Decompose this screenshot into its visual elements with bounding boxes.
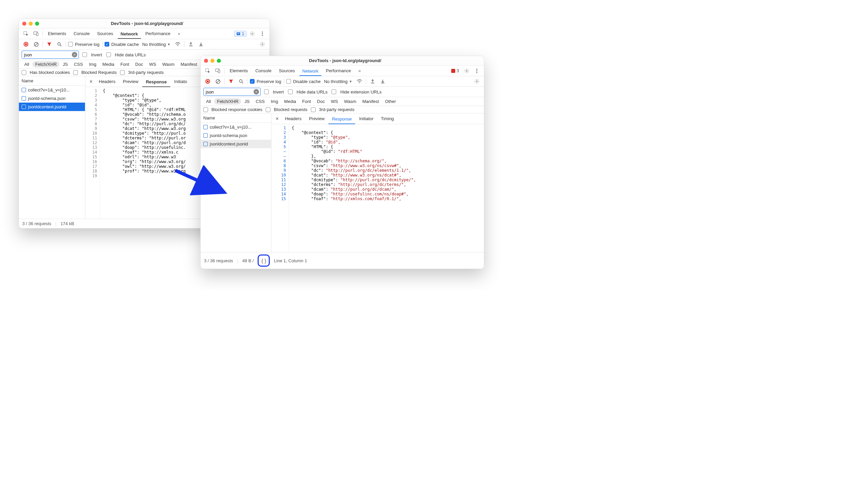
download-icon[interactable] bbox=[197, 40, 205, 48]
type-other[interactable]: Other bbox=[382, 98, 399, 105]
preserve-log-checkbox[interactable]: ✓ bbox=[250, 79, 255, 84]
tab-console[interactable]: Console bbox=[70, 29, 93, 38]
clear-filter-icon[interactable]: × bbox=[254, 89, 259, 95]
blocked-cookies-checkbox[interactable] bbox=[203, 107, 208, 112]
filter-input[interactable] bbox=[23, 52, 70, 58]
pretty-print-button[interactable]: { } bbox=[258, 254, 270, 267]
more-tabs[interactable]: » bbox=[355, 66, 364, 75]
clear-filter-icon[interactable]: × bbox=[72, 52, 77, 57]
issues-badge[interactable]: 1 bbox=[234, 31, 247, 37]
detail-tab-response[interactable]: Response bbox=[328, 114, 355, 124]
request-row[interactable]: jsonldcontext.jsonld bbox=[201, 140, 271, 148]
record-icon[interactable] bbox=[22, 40, 30, 48]
blocked-requests-checkbox[interactable] bbox=[73, 70, 78, 75]
upload-icon[interactable] bbox=[186, 40, 195, 48]
window-minimize-icon[interactable] bbox=[29, 22, 33, 26]
tab-network[interactable]: Network bbox=[118, 30, 141, 39]
window-close-icon[interactable] bbox=[22, 22, 26, 26]
type-fetch[interactable]: Fetch/XHR bbox=[32, 61, 59, 68]
invert-checkbox[interactable] bbox=[264, 89, 269, 94]
network-settings-icon[interactable] bbox=[258, 40, 267, 48]
hide-data-checkbox[interactable] bbox=[288, 89, 293, 94]
type-all[interactable]: All bbox=[22, 61, 32, 68]
type-manifest[interactable]: Manifest bbox=[359, 98, 381, 105]
window-zoom-icon[interactable] bbox=[35, 22, 39, 26]
type-doc[interactable]: Doc bbox=[133, 61, 146, 68]
third-party-checkbox[interactable] bbox=[120, 70, 125, 75]
type-js[interactable]: JS bbox=[242, 98, 252, 105]
response-body[interactable]: { "@context": { "type": "@type", "id": "… bbox=[289, 124, 484, 252]
tab-console[interactable]: Console bbox=[252, 66, 274, 75]
type-font[interactable]: Font bbox=[118, 61, 132, 68]
network-settings-icon[interactable] bbox=[472, 77, 481, 85]
type-ws[interactable]: WS bbox=[328, 98, 341, 105]
tab-network[interactable]: Network bbox=[299, 67, 322, 76]
type-css[interactable]: CSS bbox=[71, 61, 86, 68]
kebab-menu-icon[interactable] bbox=[258, 30, 267, 38]
close-detail-icon[interactable]: × bbox=[273, 116, 281, 122]
window-close-icon[interactable] bbox=[204, 59, 208, 63]
request-row-selected[interactable]: jsonldcontext.jsonld bbox=[19, 103, 85, 111]
type-wasm[interactable]: Wasm bbox=[341, 98, 359, 105]
type-all[interactable]: All bbox=[203, 98, 213, 105]
tab-elements[interactable]: Elements bbox=[227, 66, 251, 75]
request-row[interactable]: collect?v=1&_v=j10... bbox=[201, 123, 271, 131]
search-icon[interactable] bbox=[237, 77, 245, 85]
upload-icon[interactable] bbox=[368, 77, 377, 85]
type-wasm[interactable]: Wasm bbox=[160, 61, 177, 68]
request-row[interactable]: collect?v=1&_v=j10... bbox=[19, 86, 85, 94]
filter-icon[interactable] bbox=[227, 77, 235, 85]
wifi-icon[interactable] bbox=[355, 77, 364, 85]
more-tabs[interactable]: » bbox=[175, 29, 183, 38]
errors-badge[interactable]: 3 bbox=[449, 68, 461, 74]
device-toggle-icon[interactable] bbox=[32, 30, 40, 38]
detail-tab-headers[interactable]: Headers bbox=[95, 77, 119, 86]
type-img[interactable]: Img bbox=[86, 61, 99, 68]
tab-elements[interactable]: Elements bbox=[45, 29, 69, 38]
tab-sources[interactable]: Sources bbox=[94, 29, 116, 38]
hide-ext-checkbox[interactable] bbox=[331, 89, 336, 94]
type-media[interactable]: Media bbox=[100, 61, 117, 68]
throttling-select[interactable]: No throttling ▼ bbox=[141, 41, 172, 48]
type-font[interactable]: Font bbox=[299, 98, 314, 105]
detail-tab-timing[interactable]: Timing bbox=[378, 114, 398, 123]
request-row[interactable]: jsonld-schema.json bbox=[201, 131, 271, 140]
tab-performance[interactable]: Performance bbox=[142, 29, 173, 38]
close-detail-icon[interactable]: × bbox=[87, 79, 95, 85]
download-icon[interactable] bbox=[378, 77, 387, 85]
window-zoom-icon[interactable] bbox=[217, 59, 221, 63]
disable-cache-checkbox[interactable]: ✓ bbox=[105, 42, 109, 47]
type-media[interactable]: Media bbox=[282, 98, 299, 105]
detail-tab-headers[interactable]: Headers bbox=[282, 114, 305, 123]
detail-tab-preview[interactable]: Preview bbox=[306, 114, 328, 123]
tab-performance[interactable]: Performance bbox=[323, 66, 354, 75]
hide-data-checkbox[interactable] bbox=[106, 52, 111, 57]
type-js[interactable]: JS bbox=[60, 61, 70, 68]
name-column-header[interactable]: Name bbox=[19, 76, 85, 86]
disable-cache-checkbox[interactable] bbox=[286, 79, 291, 84]
detail-tab-response[interactable]: Response bbox=[142, 77, 170, 87]
detail-tab-initiator[interactable]: Initiato bbox=[171, 77, 191, 86]
detail-tab-initiator[interactable]: Initiator bbox=[356, 114, 377, 123]
settings-icon[interactable] bbox=[462, 67, 471, 75]
clear-icon[interactable] bbox=[213, 77, 222, 85]
tab-sources[interactable]: Sources bbox=[276, 66, 298, 75]
type-fetch[interactable]: Fetch/XHR bbox=[214, 98, 241, 105]
record-icon[interactable] bbox=[203, 77, 212, 85]
type-ws[interactable]: WS bbox=[146, 61, 159, 68]
name-column-header[interactable]: Name bbox=[201, 113, 271, 123]
inspect-icon[interactable] bbox=[22, 30, 30, 38]
third-party-checkbox[interactable] bbox=[311, 107, 316, 112]
preserve-log-checkbox[interactable] bbox=[68, 42, 73, 47]
type-manifest[interactable]: Manifest bbox=[178, 61, 200, 68]
filter-icon[interactable] bbox=[45, 40, 54, 48]
search-icon[interactable] bbox=[55, 40, 64, 48]
window-minimize-icon[interactable] bbox=[210, 59, 214, 63]
filter-input[interactable] bbox=[205, 89, 252, 95]
inspect-icon[interactable] bbox=[203, 67, 212, 75]
request-row[interactable]: jsonld-schema.json bbox=[19, 94, 85, 103]
blocked-cookies-checkbox[interactable] bbox=[22, 70, 26, 75]
type-img[interactable]: Img bbox=[268, 98, 281, 105]
kebab-menu-icon[interactable] bbox=[472, 67, 481, 75]
detail-tab-preview[interactable]: Preview bbox=[119, 77, 142, 86]
